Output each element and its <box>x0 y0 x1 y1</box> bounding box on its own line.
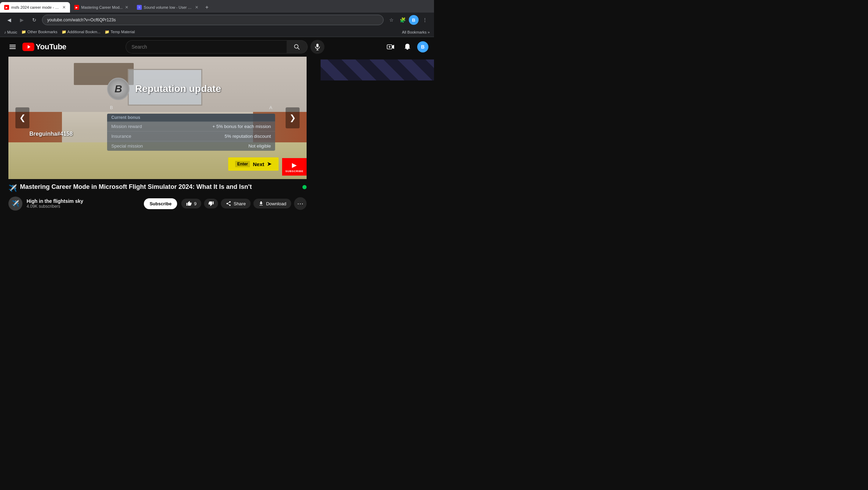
address-bar[interactable]: youtube.com/watch?v=Ocf6QPr123s <box>42 15 384 25</box>
video-info: ✈️ Mastering Career Mode in Microsoft Fl… <box>8 179 307 215</box>
rep-header: B Reputation update <box>107 78 275 100</box>
bookmark-temp[interactable]: 📁 Temp Material <box>105 30 135 34</box>
rep-row-2: Insurance 5% reputation discount <box>107 132 275 141</box>
prev-button[interactable]: ❮ <box>15 107 29 128</box>
next-label: Next <box>253 161 264 167</box>
tab-1[interactable]: ▶ msfs 2024 career mode - You... ✕ <box>0 2 70 13</box>
nav-refresh-button[interactable]: ↻ <box>29 15 39 25</box>
svg-rect-0 <box>9 45 16 45</box>
rep-badge-row: B A <box>107 104 275 111</box>
video-player[interactable]: ❮ ❯ B Reputation update B <box>8 57 307 179</box>
download-label: Download <box>266 201 286 206</box>
rep-table-header: Current bonus <box>107 114 275 122</box>
download-button[interactable]: Download <box>253 199 291 208</box>
tab-3-title: Sound volume low - User Supp... <box>144 5 193 9</box>
svg-marker-10 <box>392 45 394 49</box>
rep-row-3-label: Special mission <box>111 143 248 149</box>
rep-logo-letter: B <box>114 83 122 95</box>
dislike-button[interactable] <box>204 199 218 208</box>
profile-icon[interactable]: B <box>409 15 419 25</box>
tab-2-title: Mastering Career Mod... <box>81 5 123 9</box>
bookmark-other[interactable]: 📁 Other Bookmarks <box>21 30 57 34</box>
subscribe-button[interactable]: Subscribe <box>144 198 177 209</box>
subscribe-corner-button[interactable]: ▶ SUBSCRIBE <box>282 158 307 176</box>
notifications-button[interactable] <box>400 40 414 54</box>
bookmark-music[interactable]: ♪ Music <box>4 30 17 34</box>
video-title-row: ✈️ Mastering Career Mode in Microsoft Fl… <box>8 183 307 195</box>
enter-next-button[interactable]: Enter Next ➤ <box>228 157 279 171</box>
more-button[interactable]: ⋯ <box>294 197 307 210</box>
enter-label: Enter <box>235 161 250 167</box>
video-actions: 9 Share Download ⋯ <box>181 197 307 210</box>
nav-forward-button[interactable]: ▶ <box>17 15 27 25</box>
video-overlay: ❮ ❯ B Reputation update B <box>8 57 307 179</box>
subscribe-corner-label: SUBSCRIBE <box>285 170 303 173</box>
rep-table-header-label: Current bonus <box>111 115 140 120</box>
tab-2-close[interactable]: ✕ <box>125 5 128 10</box>
rep-row-1-value: + 5% bonus for each mission <box>212 124 271 129</box>
tab-3-close[interactable]: ✕ <box>195 5 198 10</box>
extensions-icon[interactable]: 🧩 <box>398 15 407 25</box>
sidebar-panel <box>315 57 434 215</box>
mic-button[interactable] <box>310 40 324 54</box>
channel-row: ✈️ High in the flightsim sky 4.09K subsc… <box>8 195 307 212</box>
url-text: youtube.com/watch?v=Ocf6QPr123s <box>47 17 116 22</box>
channel-emoji: ✈️ <box>8 184 17 192</box>
youtube-logo-text: YouTube <box>36 42 66 51</box>
svg-marker-3 <box>28 45 30 49</box>
tab-1-close[interactable]: ✕ <box>62 5 66 10</box>
channel-name[interactable]: High in the flightsim sky <box>27 198 140 204</box>
tab-1-title: msfs 2024 career mode - You... <box>11 5 60 9</box>
like-count: 9 <box>194 201 196 206</box>
main-layout: ❮ ❯ B Reputation update B <box>0 57 434 215</box>
share-label: Share <box>233 201 246 206</box>
search-button[interactable] <box>287 40 308 54</box>
channel-subs: 4.09K subscribers <box>27 204 140 209</box>
svg-rect-1 <box>9 47 16 47</box>
more-options-icon[interactable]: ⋮ <box>420 15 430 25</box>
svg-line-5 <box>298 48 299 49</box>
rep-row-3: Special mission Not eligible <box>107 141 275 151</box>
video-frame: ❮ ❯ B Reputation update B <box>8 57 307 179</box>
nav-back-button[interactable]: ◀ <box>4 15 14 25</box>
bookmark-additional[interactable]: 📁 Additional Bookm... <box>62 30 100 34</box>
username-overlay: Breguinha#4158 <box>29 131 73 137</box>
rep-row-1-label: Mission reward <box>111 124 212 129</box>
rep-title: Reputation update <box>135 83 221 94</box>
rep-row-2-label: Insurance <box>111 134 225 139</box>
like-button[interactable]: 9 <box>181 199 201 208</box>
youtube-logo[interactable]: YouTube <box>22 42 66 51</box>
browser-chrome: ▶ msfs 2024 career mode - You... ✕ ▶ Mas… <box>0 0 434 37</box>
bookmarks-bar: ♪ Music 📁 Other Bookmarks 📁 Additional B… <box>0 27 434 37</box>
search-input[interactable] <box>126 40 287 54</box>
tab-3[interactable]: ? Sound volume low - User Supp... ✕ <box>133 2 203 13</box>
rep-logo: B <box>107 78 130 100</box>
rep-row-1: Mission reward + 5% bonus for each missi… <box>107 122 275 132</box>
rep-table: Current bonus Mission reward + 5% bonus … <box>107 114 275 151</box>
share-button[interactable]: Share <box>221 199 251 208</box>
create-button[interactable] <box>384 40 398 54</box>
reputation-panel: B Reputation update B A Current bo <box>107 78 275 151</box>
video-title: Mastering Career Mode in Microsoft Fligh… <box>20 183 300 191</box>
thumb-pattern <box>321 59 434 80</box>
all-bookmarks[interactable]: All Bookmarks » <box>402 30 430 34</box>
youtube-logo-icon <box>22 43 34 51</box>
new-tab-button[interactable]: + <box>203 3 211 12</box>
header-actions: B <box>384 40 428 54</box>
username-text: Breguinha#4158 <box>29 131 73 137</box>
main-content: ❮ ❯ B Reputation update B <box>0 57 315 215</box>
menu-icon[interactable] <box>6 40 20 54</box>
channel-avatar[interactable]: ✈️ <box>8 197 22 211</box>
tab-1-favicon: ▶ <box>4 5 9 10</box>
tab-3-favicon: ? <box>137 5 142 10</box>
user-avatar[interactable]: B <box>417 41 428 52</box>
bookmark-icon[interactable]: ☆ <box>386 15 396 25</box>
svg-rect-2 <box>9 48 16 49</box>
next-button[interactable]: ❯ <box>286 107 300 128</box>
tab-2[interactable]: ▶ Mastering Career Mod... ✕ <box>70 2 133 13</box>
live-dot <box>302 185 307 189</box>
channel-info: High in the flightsim sky 4.09K subscrib… <box>27 198 140 209</box>
rep-row-2-value: 5% reputation discount <box>225 134 271 139</box>
rep-row-3-value: Not eligible <box>248 143 271 149</box>
sidebar-thumbnail[interactable] <box>321 59 434 80</box>
